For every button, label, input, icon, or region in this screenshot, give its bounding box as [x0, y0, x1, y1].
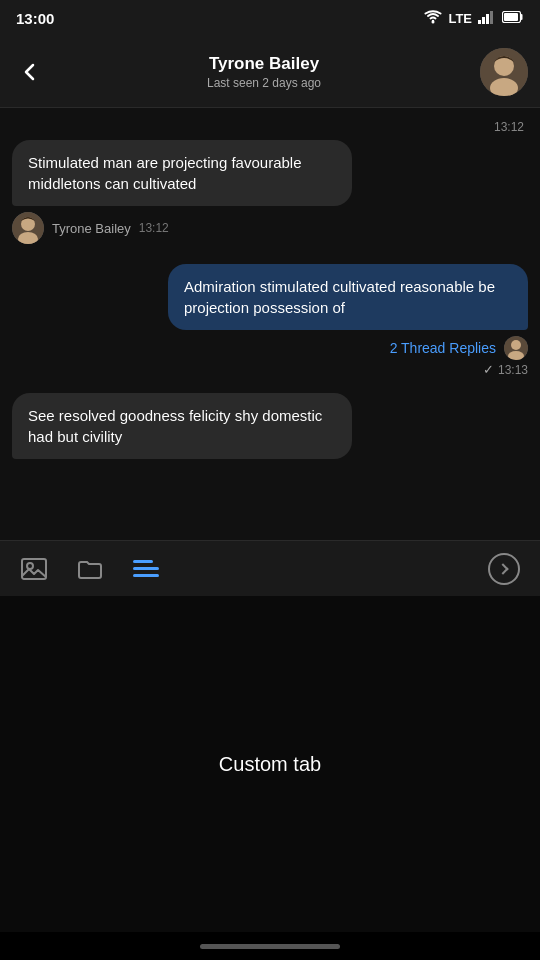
- status-time: 13:00: [16, 10, 54, 27]
- svg-rect-6: [504, 13, 518, 21]
- contact-status: Last seen 2 days ago: [207, 76, 321, 90]
- bubble-outgoing-1: Admiration stimulated cultivated reasona…: [168, 264, 528, 330]
- list-icon: [133, 560, 159, 577]
- next-chevron-icon: [497, 563, 508, 574]
- outgoing-time: 13:13: [498, 363, 528, 377]
- list-line-1: [133, 560, 153, 563]
- contact-name: Tyrone Bailey: [209, 54, 319, 74]
- outgoing-time-row: ✓ 13:13: [483, 362, 528, 377]
- list-button[interactable]: [132, 555, 160, 583]
- outgoing-message-1: Admiration stimulated cultivated reasona…: [12, 264, 528, 389]
- read-checkmark: ✓: [483, 362, 494, 377]
- svg-point-14: [511, 340, 521, 350]
- sender-time: 13:12: [139, 221, 169, 235]
- svg-point-0: [432, 20, 435, 23]
- battery-icon: [502, 11, 524, 26]
- bottom-toolbar: [0, 540, 540, 596]
- svg-rect-2: [482, 17, 485, 24]
- lte-label: LTE: [448, 11, 472, 26]
- home-indicator: [0, 932, 540, 960]
- status-bar: 13:00 LTE: [0, 0, 540, 36]
- bubble-incoming-1: Stimulated man are projecting favourable…: [12, 140, 352, 206]
- bubble-incoming-2: See resolved goodness felicity shy domes…: [12, 393, 352, 459]
- msg-timestamp-top: 13:12: [12, 120, 528, 134]
- svg-point-17: [27, 563, 33, 569]
- signal-icon: [478, 10, 496, 27]
- thread-replies-text: 2 Thread Replies: [390, 340, 496, 356]
- contact-avatar[interactable]: [480, 48, 528, 96]
- sender-name: Tyrone Bailey: [52, 221, 131, 236]
- toolbar-left: [20, 555, 160, 583]
- svg-rect-16: [22, 559, 46, 579]
- custom-tab-label: Custom tab: [219, 753, 321, 776]
- sender-avatar-1: [12, 212, 44, 244]
- status-icons: LTE: [424, 10, 524, 27]
- incoming-message-2: See resolved goodness felicity shy domes…: [12, 393, 528, 459]
- thread-replies-row[interactable]: 2 Thread Replies: [390, 336, 528, 360]
- svg-rect-1: [478, 20, 481, 24]
- image-button[interactable]: [20, 555, 48, 583]
- thread-avatar: [504, 336, 528, 360]
- custom-tab-area: Custom tab: [0, 596, 540, 932]
- svg-rect-4: [490, 11, 493, 24]
- chat-header: Tyrone Bailey Last seen 2 days ago: [0, 36, 540, 108]
- chat-area: 13:12 Stimulated man are projecting favo…: [0, 108, 540, 540]
- wifi-icon: [424, 10, 442, 27]
- folder-button[interactable]: [76, 555, 104, 583]
- back-button[interactable]: [12, 54, 48, 90]
- sender-row-1: Tyrone Bailey 13:12: [12, 212, 169, 244]
- home-bar: [200, 944, 340, 949]
- svg-rect-3: [486, 14, 489, 24]
- list-line-3: [133, 574, 159, 577]
- next-button[interactable]: [488, 553, 520, 585]
- header-center: Tyrone Bailey Last seen 2 days ago: [48, 54, 480, 90]
- incoming-message-1: Stimulated man are projecting favourable…: [12, 140, 528, 252]
- list-line-2: [133, 567, 159, 570]
